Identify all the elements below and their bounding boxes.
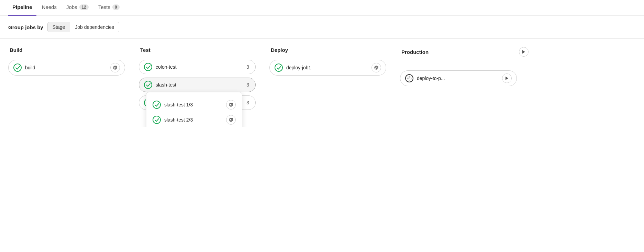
groupby-jobdeps-button[interactable]: Job dependencies bbox=[70, 22, 119, 32]
job-space-test-count: 3 bbox=[246, 100, 249, 105]
tab-jobs-label: Jobs bbox=[66, 4, 77, 10]
tab-jobs-badge: 12 bbox=[79, 4, 89, 10]
stage-test-header: Test bbox=[139, 47, 152, 53]
refresh-icon-popup-1[interactable] bbox=[226, 100, 236, 110]
success-icon-popup-2 bbox=[153, 116, 161, 124]
stage-production-header-row: Production bbox=[400, 47, 529, 57]
refresh-icon-build[interactable] bbox=[110, 63, 120, 72]
popup-row-2[interactable]: slash-test 2/3 bbox=[153, 112, 236, 127]
job-build[interactable]: build bbox=[8, 60, 125, 76]
success-icon-popup-1 bbox=[153, 101, 161, 109]
groupby-stage-button[interactable]: Stage bbox=[48, 22, 70, 32]
job-deploy-job1[interactable]: deploy-job1 bbox=[269, 60, 386, 76]
job-slash-test[interactable]: slash-test 3 bbox=[139, 78, 256, 92]
success-icon-colon-test bbox=[144, 63, 152, 71]
refresh-icon-popup-2[interactable] bbox=[226, 115, 236, 125]
tab-tests-badge: 0 bbox=[112, 4, 120, 10]
job-deploy-job1-name: deploy-job1 bbox=[286, 65, 368, 70]
production-jobs: deploy-to-p... bbox=[400, 70, 517, 90]
job-colon-test[interactable]: colon-test 3 bbox=[139, 60, 256, 74]
stage-production: Production deploy-to-p... bbox=[400, 47, 534, 90]
stage-production-header: Production bbox=[400, 49, 430, 55]
gear-icon-deploy-to-p bbox=[405, 74, 413, 82]
popup-row-1[interactable]: slash-test 1/3 bbox=[153, 97, 236, 112]
groupby-buttons: Stage Job dependencies bbox=[47, 22, 119, 32]
popup-item-2-name: slash-test 2/3 bbox=[164, 117, 223, 123]
job-deploy-to-p-name: deploy-to-p... bbox=[417, 76, 499, 81]
tab-tests[interactable]: Tests 0 bbox=[94, 0, 124, 16]
stage-build: Build build bbox=[8, 47, 139, 79]
tab-pipeline[interactable]: Pipeline bbox=[8, 0, 36, 16]
stage-build-header: Build bbox=[8, 47, 24, 53]
job-colon-test-name: colon-test bbox=[156, 64, 243, 70]
groupby-bar: Group jobs by Stage Job dependencies bbox=[0, 16, 644, 39]
refresh-icon-deploy-job1[interactable] bbox=[371, 63, 381, 72]
pipeline-area: Build build Test colon-test 3 bbox=[0, 39, 644, 127]
tab-tests-label: Tests bbox=[98, 4, 110, 10]
success-icon-build bbox=[13, 64, 22, 72]
tabs-bar: Pipeline Needs Jobs 12 Tests 0 bbox=[0, 0, 644, 16]
stage-deploy-header: Deploy bbox=[269, 47, 289, 53]
job-slash-test-count: 3 bbox=[246, 82, 249, 88]
popup-item-1-name: slash-test 1/3 bbox=[164, 102, 223, 107]
job-build-name: build bbox=[25, 65, 107, 70]
play-icon-deploy-to-p[interactable] bbox=[502, 73, 512, 83]
tab-needs-label: Needs bbox=[42, 4, 57, 10]
svg-marker-1 bbox=[506, 77, 508, 80]
play-icon-production-stage[interactable] bbox=[519, 47, 529, 57]
tab-jobs[interactable]: Jobs 12 bbox=[62, 0, 93, 16]
stage-deploy: Deploy deploy-job1 bbox=[269, 47, 400, 79]
job-deploy-to-p[interactable]: deploy-to-p... bbox=[400, 70, 517, 86]
groupby-label: Group jobs by bbox=[8, 24, 43, 30]
tab-pipeline-label: Pipeline bbox=[12, 4, 32, 10]
job-slash-test-name: slash-test bbox=[156, 82, 243, 88]
success-icon-deploy-job1 bbox=[275, 64, 283, 72]
slash-test-popup: slash-test 1/3 slash-test 2/3 slash-test… bbox=[146, 92, 242, 127]
success-icon-slash-test bbox=[144, 81, 152, 89]
job-colon-test-count: 3 bbox=[246, 64, 249, 70]
tab-needs[interactable]: Needs bbox=[38, 0, 61, 16]
svg-marker-0 bbox=[522, 50, 525, 54]
